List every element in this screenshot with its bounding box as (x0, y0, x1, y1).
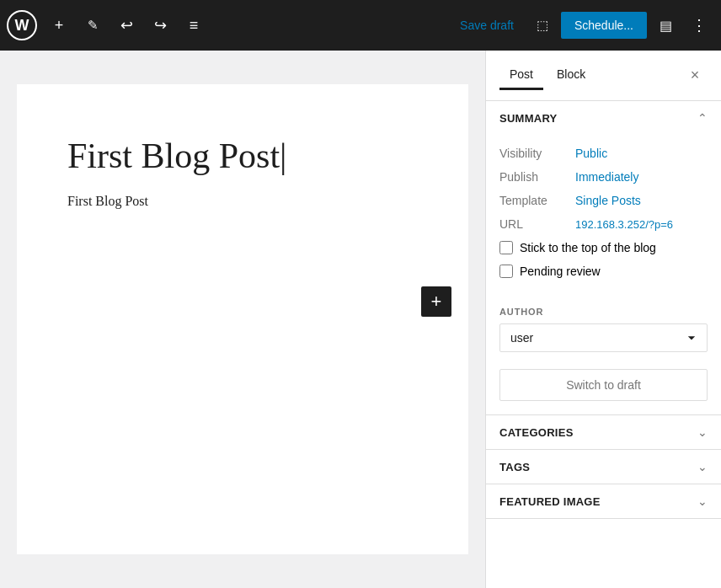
main-area: First Blog Post First Blog Post + Post B… (0, 51, 721, 588)
categories-section-header[interactable]: Categories ⌄ (486, 415, 721, 449)
pencil-icon: ✎ (88, 18, 99, 33)
tags-section: Tags ⌄ (486, 450, 721, 484)
template-row: Template Single Posts (499, 189, 708, 212)
summary-toggle-icon: ⌃ (697, 111, 708, 125)
add-block-inline-icon: + (431, 291, 442, 313)
categories-title: Categories (499, 426, 574, 439)
url-row: URL 192.168.3.252/?p=6 (499, 212, 708, 236)
redo-icon: ↪ (154, 16, 167, 35)
author-select[interactable]: user (499, 323, 708, 352)
editor-area: First Blog Post First Blog Post + (0, 51, 485, 588)
stick-checkbox[interactable] (499, 241, 513, 254)
summary-content: Visibility Public Publish Immediately Te… (486, 135, 721, 297)
pending-label: Pending review (520, 265, 601, 278)
url-value[interactable]: 192.168.3.252/?p=6 (575, 218, 673, 231)
editor-content: First Blog Post First Blog Post + (17, 84, 468, 554)
document-overview-button[interactable]: ≡ (179, 10, 209, 40)
url-label: URL (499, 217, 575, 231)
author-section: AUTHOR user (486, 297, 721, 366)
categories-toggle-icon: ⌄ (697, 425, 708, 439)
pending-checkbox[interactable] (499, 265, 513, 278)
toolbar: W + ✎ ↩ ↪ ≡ Save draft ⬚ Schedule... ▤ ⋮ (0, 0, 721, 51)
redo-button[interactable]: ↪ (145, 10, 175, 40)
edit-mode-button[interactable]: ✎ (77, 10, 108, 40)
featured-image-title: Featured image (499, 495, 601, 508)
switch-draft-button[interactable]: Switch to draft (499, 369, 708, 401)
schedule-button[interactable]: Schedule... (561, 12, 647, 39)
pending-checkbox-row: Pending review (499, 259, 708, 283)
publish-label: Publish (499, 170, 575, 184)
add-block-button[interactable]: + (44, 10, 74, 40)
sidebar-close-button[interactable]: × (682, 63, 708, 88)
post-title[interactable]: First Blog Post (67, 135, 418, 177)
summary-title: Summary (499, 112, 558, 125)
stick-checkbox-row: Stick to the top of the blog (499, 236, 708, 259)
add-block-inline-button[interactable]: + (421, 286, 451, 317)
save-draft-button[interactable]: Save draft (450, 13, 524, 37)
tags-toggle-icon: ⌄ (697, 460, 708, 473)
author-section-label: AUTHOR (499, 307, 708, 317)
list-view-icon: ≡ (190, 17, 199, 35)
more-options-button[interactable]: ⋮ (684, 10, 714, 40)
visibility-value[interactable]: Public (575, 147, 607, 160)
template-value[interactable]: Single Posts (575, 194, 641, 207)
summary-section: Summary ⌃ Visibility Public Publish Imme… (486, 101, 721, 415)
undo-icon: ↩ (120, 16, 133, 35)
view-button[interactable]: ⬚ (527, 10, 558, 40)
featured-image-toggle-icon: ⌄ (697, 494, 708, 508)
template-label: Template (499, 194, 575, 207)
tags-section-header[interactable]: Tags ⌄ (486, 450, 721, 484)
publish-value[interactable]: Immediately (575, 170, 638, 184)
wp-logo-icon: W (15, 17, 29, 35)
view-icon: ⬚ (537, 18, 548, 33)
visibility-row: Visibility Public (499, 142, 708, 165)
sidebar-header: Post Block × (486, 51, 721, 101)
categories-section: Categories ⌄ (486, 415, 721, 450)
plus-icon: + (55, 17, 64, 35)
visibility-label: Visibility (499, 147, 575, 160)
stick-label: Stick to the top of the blog (520, 241, 656, 254)
post-body[interactable]: First Blog Post (67, 194, 418, 209)
wp-logo[interactable]: W (7, 10, 37, 40)
publish-row: Publish Immediately (499, 165, 708, 189)
sidebar: Post Block × Summary ⌃ Visibility Public… (485, 51, 721, 588)
summary-section-header[interactable]: Summary ⌃ (486, 101, 721, 135)
tags-title: Tags (499, 461, 530, 473)
settings-icon: ▤ (660, 18, 672, 34)
settings-button[interactable]: ▤ (650, 10, 681, 40)
featured-image-section-header[interactable]: Featured image ⌄ (486, 484, 721, 518)
tab-post[interactable]: Post (499, 61, 543, 90)
more-icon: ⋮ (692, 16, 707, 35)
featured-image-section: Featured image ⌄ (486, 484, 721, 519)
tab-block[interactable]: Block (547, 61, 595, 90)
undo-button[interactable]: ↩ (111, 10, 142, 40)
